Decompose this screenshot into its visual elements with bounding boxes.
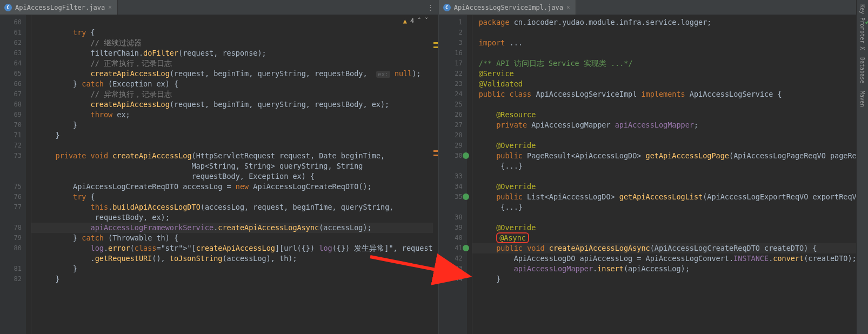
right-pane: C ApiAccessLogServiceImpl.java × ⋮ ✔ 123… — [439, 0, 868, 334]
inspection-widget[interactable]: ✔ — [865, 17, 868, 26]
chevron-up-icon[interactable]: ˆ — [417, 17, 421, 25]
code-area[interactable]: try { // 继续过滤器 filterChain.doFilter(requ… — [31, 15, 433, 334]
right-editor[interactable]: 1231617222324252627282930 333435 3839404… — [439, 15, 868, 334]
tab-right-file[interactable]: C ApiAccessLogServiceImpl.java × — [439, 0, 576, 15]
java-class-icon: C — [4, 4, 12, 11]
tab-menu-icon[interactable]: ⋮ — [423, 0, 438, 15]
editor-split: C ApiAccessLogFilter.java × ⋮ ▲ 4 ˆ ˇ 60… — [0, 0, 868, 334]
left-editor[interactable]: 6061626364656667686970717273 757677 7879… — [0, 15, 438, 334]
tab-left-file[interactable]: C ApiAccessLogFilter.java × — [0, 0, 118, 15]
close-icon[interactable]: × — [108, 4, 112, 11]
line-gutter: 6061626364656667686970717273 757677 7879… — [0, 15, 26, 334]
right-tool-stripe: Key Promoter X Database Maven — [856, 0, 868, 334]
fold-column[interactable] — [26, 15, 31, 334]
tab-label: ApiAccessLogFilter.java — [15, 4, 105, 11]
left-pane: C ApiAccessLogFilter.java × ⋮ ▲ 4 ˆ ˇ 60… — [0, 0, 439, 334]
code-area[interactable]: package cn.iocoder.yudao.module.infra.se… — [472, 15, 868, 334]
tool-maven[interactable]: Maven — [859, 91, 865, 107]
check-icon: ✔ — [865, 17, 868, 26]
java-class-icon: C — [443, 4, 451, 11]
warning-icon: ▲ — [403, 17, 407, 25]
left-tabbar: C ApiAccessLogFilter.java × ⋮ — [0, 0, 438, 15]
tool-key-promoter[interactable]: Key Promoter X — [859, 4, 865, 50]
tool-database[interactable]: Database — [859, 57, 865, 83]
right-tabbar: C ApiAccessLogServiceImpl.java × ⋮ — [439, 0, 868, 15]
inspection-widget[interactable]: ▲ 4 ˆ ˇ — [403, 17, 429, 25]
fold-column[interactable] — [467, 15, 472, 334]
warning-count: 4 — [410, 17, 414, 25]
line-gutter: 1231617222324252627282930 333435 3839404… — [439, 15, 467, 334]
chevron-down-icon[interactable]: ˇ — [424, 17, 428, 25]
error-stripe[interactable] — [433, 15, 438, 334]
close-icon[interactable]: × — [566, 4, 570, 11]
tab-label: ApiAccessLogServiceImpl.java — [454, 4, 563, 11]
